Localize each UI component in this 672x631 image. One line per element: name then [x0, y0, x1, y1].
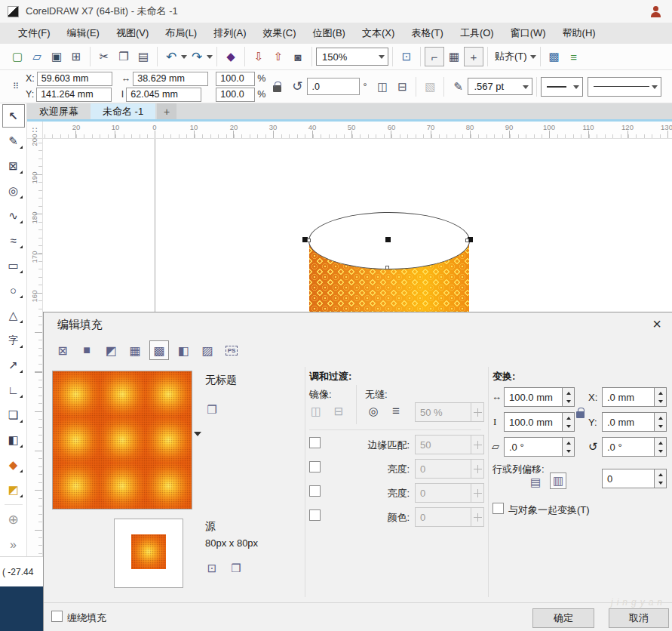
close-icon[interactable]: × — [647, 314, 667, 334]
selection-handle-center[interactable] — [385, 237, 391, 242]
menu-window[interactable]: 窗口(W) — [503, 23, 554, 43]
menu-file[interactable]: 文件(F) — [11, 23, 58, 43]
duplicate-pattern-icon[interactable]: ❐ — [204, 402, 220, 418]
ok-button[interactable]: 确定 — [532, 608, 594, 628]
object-width-field[interactable]: 38.629 mm — [133, 72, 208, 86]
texture-fill-icon[interactable]: ▨ — [198, 340, 217, 360]
edge-match-checkbox[interactable] — [309, 437, 321, 448]
new-document-icon[interactable]: ▢ — [8, 47, 27, 66]
lock-tile-ratio-icon[interactable] — [576, 411, 585, 418]
seamless-linear-icon[interactable]: ≡ — [388, 403, 404, 420]
ellipse-node-bottom[interactable] — [385, 266, 389, 269]
pick-tool-icon[interactable]: ↖ — [2, 104, 25, 128]
freehand-tool-icon[interactable]: ∿ — [2, 203, 25, 228]
tab-welcome-screen[interactable]: 欢迎屏幕 — [27, 103, 91, 119]
vector-pattern-fill-icon[interactable]: ▦ — [125, 340, 145, 360]
print-icon[interactable]: ⊞ — [66, 47, 86, 66]
polygon-tool-icon[interactable]: △ — [2, 303, 25, 328]
menu-tools[interactable]: 工具(O) — [453, 23, 502, 43]
paste-icon[interactable]: ▤ — [133, 47, 153, 66]
menu-help[interactable]: 帮助(H) — [555, 23, 603, 43]
menu-layout[interactable]: 布局(L) — [158, 23, 204, 43]
seamless-radial-icon[interactable]: ◎ — [365, 403, 382, 420]
mirror-horizontal-icon[interactable]: ◫ — [373, 77, 392, 97]
select-source-icon[interactable]: ⊡ — [204, 560, 220, 577]
row-offset-icon[interactable]: ▤ — [527, 474, 544, 491]
text-tool-icon[interactable]: 字 — [2, 328, 25, 352]
import-icon[interactable]: ⇩ — [249, 47, 268, 66]
luminance-checkbox[interactable] — [309, 485, 321, 497]
fountain-fill-icon[interactable]: ◩ — [101, 340, 121, 360]
x-position-field[interactable]: 59.603 mm — [37, 72, 112, 86]
expand-toolbox-icon[interactable]: » — [2, 532, 25, 557]
color-eyedropper-tool-icon[interactable]: ◆ — [2, 452, 25, 477]
brightness-checkbox[interactable] — [309, 461, 321, 472]
object-height-field[interactable]: 62.045 mm — [126, 88, 201, 102]
options-icon[interactable]: ▩ — [545, 47, 564, 66]
mirror-vertical-tile-icon[interactable]: ⊟ — [330, 403, 347, 420]
ellipse-tool-icon[interactable]: ○ — [2, 278, 25, 303]
user-account-icon[interactable] — [650, 6, 661, 17]
menu-table[interactable]: 表格(T) — [404, 23, 451, 43]
show-guidelines-icon[interactable]: + — [464, 47, 483, 66]
zoom-tool-icon[interactable]: ◎ — [2, 178, 25, 203]
export-icon[interactable]: ⇧ — [268, 47, 288, 66]
outline-width-combo[interactable]: .567 pt — [468, 78, 532, 95]
menu-effects[interactable]: 效果(C) — [256, 23, 304, 43]
menu-edit[interactable]: 编辑(E) — [60, 23, 107, 43]
copy-icon[interactable]: ❐ — [114, 47, 133, 66]
two-color-pattern-fill-icon[interactable]: ◧ — [173, 340, 193, 360]
color-checkbox[interactable] — [309, 509, 321, 521]
add-tools-icon[interactable]: ⊕ — [2, 507, 25, 532]
menu-text[interactable]: 文本(X) — [354, 23, 402, 43]
connector-tool-icon[interactable]: ∟ — [2, 377, 25, 402]
bitmap-pattern-fill-icon[interactable]: ▩ — [149, 340, 169, 360]
drop-shadow-tool-icon[interactable]: ❏ — [2, 402, 25, 427]
transparency-tool-icon[interactable]: ◧ — [2, 427, 25, 452]
menu-arrange[interactable]: 排列(A) — [206, 23, 253, 43]
mirror-horizontal-tile-icon[interactable]: ◫ — [308, 403, 324, 420]
crop-tool-icon[interactable]: ⊠ — [2, 153, 25, 178]
line-style-combo[interactable] — [588, 77, 661, 97]
save-icon[interactable]: ▣ — [47, 47, 66, 66]
interactive-fill-tool-icon[interactable]: ◩ — [2, 477, 25, 502]
column-offset-icon[interactable]: ▥ — [550, 472, 566, 489]
snap-to-label[interactable]: 贴齐(T) — [492, 50, 530, 63]
scale-y-field[interactable]: 100.0 — [216, 88, 255, 102]
show-grid-icon[interactable]: ▦ — [444, 47, 464, 66]
dimension-tool-icon[interactable]: ↗ — [2, 352, 25, 377]
ellipse-node-right[interactable] — [465, 239, 469, 242]
application-launcher-icon[interactable]: ◆ — [221, 47, 241, 66]
scale-x-field[interactable]: 100.0 — [216, 72, 255, 86]
y-position-field[interactable]: 141.264 mm — [36, 88, 112, 102]
new-tab-button[interactable]: + — [157, 103, 176, 119]
postscript-fill-icon[interactable]: PS — [222, 340, 241, 360]
pattern-preview[interactable] — [52, 371, 192, 509]
open-icon[interactable]: ▱ — [27, 47, 47, 66]
undo-dropdown-icon[interactable] — [181, 55, 187, 62]
fullscreen-preview-icon[interactable]: ⊡ — [397, 47, 416, 66]
uniform-fill-icon[interactable]: ■ — [77, 340, 97, 360]
redo-icon[interactable]: ↷ — [187, 47, 207, 66]
no-fill-icon[interactable]: ⊠ — [53, 340, 72, 360]
cut-icon[interactable]: ✂ — [94, 47, 114, 66]
transform-with-object-checkbox[interactable] — [492, 503, 504, 514]
rotation-angle-field[interactable]: .0 — [307, 78, 360, 95]
line-start-combo[interactable] — [541, 77, 583, 97]
zoom-level-combo[interactable]: 150% — [316, 48, 388, 66]
extract-source-icon[interactable]: ❒ — [228, 560, 244, 577]
redo-dropdown-icon[interactable] — [207, 55, 213, 62]
shape-tool-icon[interactable]: ✎ — [2, 128, 25, 153]
tray-icon[interactable]: ≡ — [564, 47, 584, 66]
menu-view[interactable]: 视图(V) — [109, 23, 156, 43]
mirror-vertical-icon[interactable]: ⊟ — [392, 77, 412, 97]
snap-dropdown-icon[interactable] — [530, 55, 536, 62]
lock-ratio-icon[interactable] — [273, 85, 281, 92]
publish-pdf-icon[interactable]: ◙ — [288, 47, 308, 66]
artistic-media-tool-icon[interactable]: ≈ — [2, 228, 25, 253]
menu-bitmaps[interactable]: 位图(B) — [305, 23, 353, 43]
pattern-picker-dropdown-icon[interactable] — [194, 432, 201, 440]
cancel-button[interactable]: 取消 — [609, 608, 669, 628]
undo-icon[interactable]: ↶ — [161, 47, 181, 66]
show-rulers-icon[interactable]: ⌐ — [425, 47, 444, 66]
